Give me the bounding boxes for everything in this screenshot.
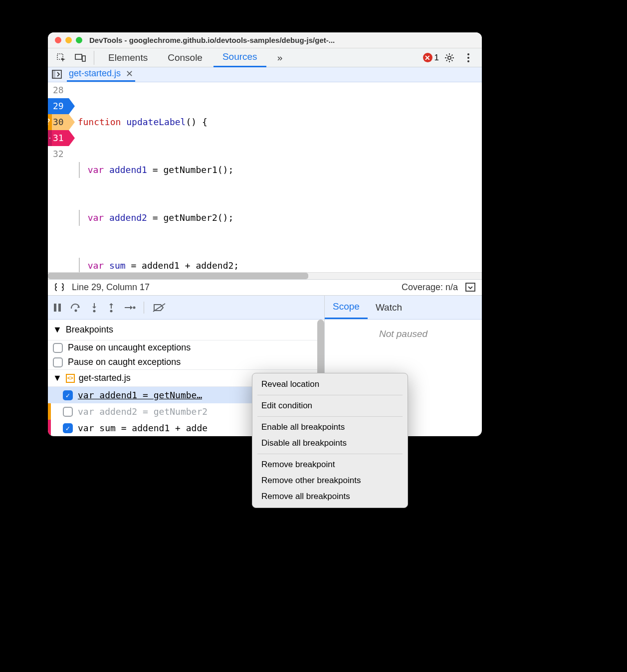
close-tab-icon[interactable]: ✕ bbox=[126, 68, 133, 79]
device-toggle-icon[interactable] bbox=[72, 49, 89, 66]
coverage-label: Coverage: n/a bbox=[402, 282, 458, 293]
tab-watch[interactable]: Watch bbox=[368, 296, 410, 319]
checkbox[interactable] bbox=[53, 343, 63, 353]
menu-remove-all[interactable]: Remove all breakpoints bbox=[252, 489, 408, 504]
pause-caught-row[interactable]: Pause on caught exceptions bbox=[48, 355, 324, 369]
pause-caught-label: Pause on caught exceptions bbox=[68, 357, 181, 367]
menu-separator bbox=[257, 416, 403, 417]
pause-icon[interactable] bbox=[53, 303, 62, 313]
svg-point-4 bbox=[467, 53, 469, 55]
tab-elements[interactable]: Elements bbox=[99, 48, 157, 67]
settings-icon[interactable] bbox=[441, 49, 458, 66]
breakpoint-text: var addend1 = getNumbe… bbox=[78, 390, 202, 400]
breakpoint-file-label: get-started.js bbox=[79, 373, 131, 383]
step-over-icon[interactable] bbox=[70, 303, 82, 313]
js-file-icon: <> bbox=[66, 374, 75, 383]
menu-reveal-location[interactable]: Reveal location bbox=[252, 376, 408, 392]
svg-point-5 bbox=[467, 57, 469, 59]
line-number[interactable]: 28 bbox=[48, 82, 69, 98]
file-tab-label: get-started.js bbox=[69, 68, 121, 79]
line-gutter[interactable]: 28 29 ?30 ··31 32 bbox=[48, 82, 69, 279]
pause-uncaught-row[interactable]: Pause on uncaught exceptions bbox=[48, 340, 324, 355]
main-toolbar: Elements Console Sources » ✕ 1 bbox=[48, 48, 482, 67]
svg-rect-10 bbox=[54, 304, 56, 312]
disclosure-triangle-icon: ▼ bbox=[53, 373, 62, 383]
svg-point-13 bbox=[93, 310, 96, 312]
step-out-icon[interactable] bbox=[107, 302, 116, 313]
collapse-icon[interactable] bbox=[465, 282, 476, 292]
step-icon[interactable] bbox=[124, 304, 136, 311]
svg-point-6 bbox=[467, 60, 469, 62]
svg-point-12 bbox=[75, 309, 77, 312]
tab-console[interactable]: Console bbox=[159, 48, 211, 67]
checkbox-checked[interactable] bbox=[63, 423, 73, 433]
horizontal-scrollbar[interactable] bbox=[48, 272, 482, 279]
svg-point-3 bbox=[448, 56, 451, 59]
svg-rect-2 bbox=[82, 56, 85, 61]
error-count: 1 bbox=[434, 53, 439, 63]
window-title: DevTools - googlechrome.github.io/devtoo… bbox=[89, 36, 335, 44]
menu-disable-all[interactable]: Disable all breakpoints bbox=[252, 435, 408, 451]
deactivate-breakpoints-icon[interactable] bbox=[152, 303, 166, 313]
titlebar: DevTools - googlechrome.github.io/devtoo… bbox=[48, 32, 482, 48]
cursor-position: Line 29, Column 17 bbox=[72, 282, 150, 293]
show-navigator-icon[interactable] bbox=[52, 70, 62, 79]
editor-status-bar: Line 29, Column 17 Coverage: n/a bbox=[48, 280, 482, 296]
line-number-bp-logpoint[interactable]: ··31 bbox=[48, 130, 69, 146]
breakpoint-stripe bbox=[48, 420, 51, 436]
separator bbox=[144, 302, 144, 314]
code-editor[interactable]: 28 29 ?30 ··31 32 function updateLabel()… bbox=[48, 82, 482, 280]
zoom-button[interactable] bbox=[76, 37, 82, 43]
svg-point-15 bbox=[133, 306, 136, 309]
file-tab-get-started[interactable]: get-started.js ✕ bbox=[67, 67, 135, 81]
not-paused-label: Not paused bbox=[325, 320, 482, 348]
menu-remove-breakpoint[interactable]: Remove breakpoint bbox=[252, 457, 408, 473]
svg-rect-11 bbox=[58, 304, 61, 312]
scope-tabs: Scope Watch bbox=[325, 296, 482, 320]
inspect-icon[interactable] bbox=[53, 49, 70, 66]
code-text[interactable]: function updateLabel() { var addend1 = g… bbox=[69, 82, 482, 279]
step-into-icon[interactable] bbox=[90, 302, 99, 313]
breakpoints-label: Breakpoints bbox=[66, 325, 113, 335]
svg-rect-1 bbox=[75, 54, 82, 59]
line-number-bp-conditional[interactable]: ?30 bbox=[48, 114, 69, 130]
line-number-bp-blue[interactable]: 29 bbox=[48, 98, 69, 114]
error-icon: ✕ bbox=[423, 53, 432, 62]
disclosure-triangle-icon: ▼ bbox=[53, 325, 62, 335]
breakpoint-text: var sum = addend1 + adde bbox=[78, 423, 208, 433]
debug-toolbar bbox=[48, 296, 324, 320]
traffic-lights bbox=[55, 37, 82, 43]
breakpoint-text: var addend2 = getNumber2 bbox=[78, 406, 208, 417]
checkbox[interactable] bbox=[63, 407, 73, 417]
minimize-button[interactable] bbox=[65, 37, 72, 43]
checkbox[interactable] bbox=[53, 357, 63, 367]
breakpoint-stripe bbox=[48, 403, 51, 420]
kebab-menu-icon[interactable] bbox=[460, 49, 477, 66]
error-badge[interactable]: ✕ 1 bbox=[423, 53, 439, 63]
breakpoints-header[interactable]: ▼ Breakpoints bbox=[48, 320, 324, 340]
file-tab-bar: get-started.js ✕ bbox=[48, 67, 482, 82]
separator bbox=[94, 51, 94, 65]
pause-uncaught-label: Pause on uncaught exceptions bbox=[68, 342, 191, 353]
tab-scope[interactable]: Scope bbox=[325, 296, 368, 319]
svg-rect-9 bbox=[466, 283, 475, 291]
menu-enable-all[interactable]: Enable all breakpoints bbox=[252, 419, 408, 435]
menu-separator bbox=[257, 395, 403, 395]
tab-more[interactable]: » bbox=[268, 48, 292, 67]
checkbox-checked[interactable] bbox=[63, 390, 73, 400]
menu-edit-condition[interactable]: Edit condition bbox=[252, 398, 408, 414]
svg-point-14 bbox=[110, 310, 113, 312]
context-menu: Reveal location Edit condition Enable al… bbox=[252, 373, 408, 508]
pretty-print-icon[interactable] bbox=[54, 283, 65, 292]
svg-rect-8 bbox=[52, 70, 55, 78]
line-number[interactable]: 32 bbox=[48, 146, 69, 162]
close-button[interactable] bbox=[55, 37, 61, 43]
tab-sources[interactable]: Sources bbox=[213, 48, 266, 67]
menu-remove-other[interactable]: Remove other breakpoints bbox=[252, 473, 408, 489]
menu-separator bbox=[257, 454, 403, 454]
